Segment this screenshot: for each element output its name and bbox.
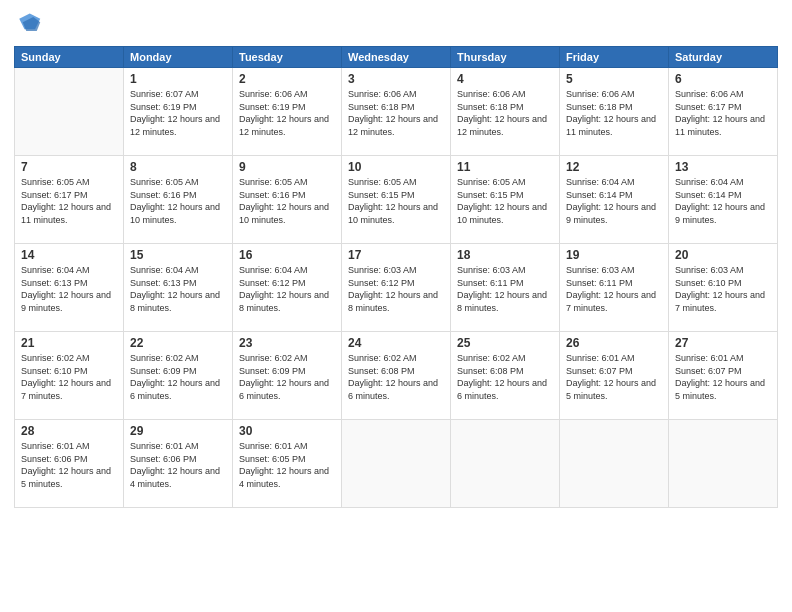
- calendar-table: SundayMondayTuesdayWednesdayThursdayFrid…: [14, 46, 778, 508]
- calendar-cell: 20Sunrise: 6:03 AM Sunset: 6:10 PM Dayli…: [669, 244, 778, 332]
- day-info: Sunrise: 6:06 AM Sunset: 6:19 PM Dayligh…: [239, 88, 335, 138]
- day-info: Sunrise: 6:06 AM Sunset: 6:17 PM Dayligh…: [675, 88, 771, 138]
- day-number: 12: [566, 160, 662, 174]
- calendar-cell: 6Sunrise: 6:06 AM Sunset: 6:17 PM Daylig…: [669, 68, 778, 156]
- calendar-cell: 4Sunrise: 6:06 AM Sunset: 6:18 PM Daylig…: [451, 68, 560, 156]
- day-number: 22: [130, 336, 226, 350]
- day-info: Sunrise: 6:07 AM Sunset: 6:19 PM Dayligh…: [130, 88, 226, 138]
- calendar-cell: 1Sunrise: 6:07 AM Sunset: 6:19 PM Daylig…: [124, 68, 233, 156]
- day-number: 6: [675, 72, 771, 86]
- calendar-cell: 7Sunrise: 6:05 AM Sunset: 6:17 PM Daylig…: [15, 156, 124, 244]
- day-number: 14: [21, 248, 117, 262]
- calendar-cell: 15Sunrise: 6:04 AM Sunset: 6:13 PM Dayli…: [124, 244, 233, 332]
- day-info: Sunrise: 6:04 AM Sunset: 6:14 PM Dayligh…: [675, 176, 771, 226]
- day-number: 26: [566, 336, 662, 350]
- calendar-cell: 19Sunrise: 6:03 AM Sunset: 6:11 PM Dayli…: [560, 244, 669, 332]
- calendar-cell: 10Sunrise: 6:05 AM Sunset: 6:15 PM Dayli…: [342, 156, 451, 244]
- calendar-week-row: 28Sunrise: 6:01 AM Sunset: 6:06 PM Dayli…: [15, 420, 778, 508]
- day-number: 16: [239, 248, 335, 262]
- calendar-cell: 23Sunrise: 6:02 AM Sunset: 6:09 PM Dayli…: [233, 332, 342, 420]
- calendar-cell: 9Sunrise: 6:05 AM Sunset: 6:16 PM Daylig…: [233, 156, 342, 244]
- day-info: Sunrise: 6:02 AM Sunset: 6:09 PM Dayligh…: [239, 352, 335, 402]
- day-number: 8: [130, 160, 226, 174]
- day-number: 2: [239, 72, 335, 86]
- calendar-week-row: 7Sunrise: 6:05 AM Sunset: 6:17 PM Daylig…: [15, 156, 778, 244]
- day-info: Sunrise: 6:04 AM Sunset: 6:12 PM Dayligh…: [239, 264, 335, 314]
- calendar-cell: 14Sunrise: 6:04 AM Sunset: 6:13 PM Dayli…: [15, 244, 124, 332]
- calendar-cell: 27Sunrise: 6:01 AM Sunset: 6:07 PM Dayli…: [669, 332, 778, 420]
- day-number: 24: [348, 336, 444, 350]
- calendar-cell: 3Sunrise: 6:06 AM Sunset: 6:18 PM Daylig…: [342, 68, 451, 156]
- weekday-header: Monday: [124, 47, 233, 68]
- day-number: 29: [130, 424, 226, 438]
- day-info: Sunrise: 6:03 AM Sunset: 6:10 PM Dayligh…: [675, 264, 771, 314]
- day-info: Sunrise: 6:06 AM Sunset: 6:18 PM Dayligh…: [566, 88, 662, 138]
- weekday-header: Wednesday: [342, 47, 451, 68]
- calendar-cell: 26Sunrise: 6:01 AM Sunset: 6:07 PM Dayli…: [560, 332, 669, 420]
- day-info: Sunrise: 6:01 AM Sunset: 6:06 PM Dayligh…: [130, 440, 226, 490]
- day-number: 3: [348, 72, 444, 86]
- day-info: Sunrise: 6:04 AM Sunset: 6:14 PM Dayligh…: [566, 176, 662, 226]
- calendar-cell: 8Sunrise: 6:05 AM Sunset: 6:16 PM Daylig…: [124, 156, 233, 244]
- day-number: 7: [21, 160, 117, 174]
- calendar-cell: [451, 420, 560, 508]
- day-info: Sunrise: 6:06 AM Sunset: 6:18 PM Dayligh…: [348, 88, 444, 138]
- day-number: 20: [675, 248, 771, 262]
- day-info: Sunrise: 6:03 AM Sunset: 6:12 PM Dayligh…: [348, 264, 444, 314]
- calendar-cell: 11Sunrise: 6:05 AM Sunset: 6:15 PM Dayli…: [451, 156, 560, 244]
- calendar-week-row: 21Sunrise: 6:02 AM Sunset: 6:10 PM Dayli…: [15, 332, 778, 420]
- day-info: Sunrise: 6:02 AM Sunset: 6:08 PM Dayligh…: [457, 352, 553, 402]
- day-number: 25: [457, 336, 553, 350]
- day-info: Sunrise: 6:05 AM Sunset: 6:17 PM Dayligh…: [21, 176, 117, 226]
- day-info: Sunrise: 6:05 AM Sunset: 6:15 PM Dayligh…: [457, 176, 553, 226]
- day-number: 28: [21, 424, 117, 438]
- calendar-cell: 5Sunrise: 6:06 AM Sunset: 6:18 PM Daylig…: [560, 68, 669, 156]
- day-number: 15: [130, 248, 226, 262]
- logo-icon: [14, 10, 42, 38]
- day-number: 23: [239, 336, 335, 350]
- calendar-cell: [560, 420, 669, 508]
- day-number: 9: [239, 160, 335, 174]
- logo: [14, 10, 46, 38]
- day-info: Sunrise: 6:05 AM Sunset: 6:16 PM Dayligh…: [239, 176, 335, 226]
- day-number: 21: [21, 336, 117, 350]
- day-info: Sunrise: 6:04 AM Sunset: 6:13 PM Dayligh…: [21, 264, 117, 314]
- day-number: 1: [130, 72, 226, 86]
- day-info: Sunrise: 6:03 AM Sunset: 6:11 PM Dayligh…: [566, 264, 662, 314]
- calendar-cell: 17Sunrise: 6:03 AM Sunset: 6:12 PM Dayli…: [342, 244, 451, 332]
- day-info: Sunrise: 6:06 AM Sunset: 6:18 PM Dayligh…: [457, 88, 553, 138]
- calendar-cell: 18Sunrise: 6:03 AM Sunset: 6:11 PM Dayli…: [451, 244, 560, 332]
- weekday-header-row: SundayMondayTuesdayWednesdayThursdayFrid…: [15, 47, 778, 68]
- calendar-cell: 12Sunrise: 6:04 AM Sunset: 6:14 PM Dayli…: [560, 156, 669, 244]
- calendar-cell: 24Sunrise: 6:02 AM Sunset: 6:08 PM Dayli…: [342, 332, 451, 420]
- calendar-page: SundayMondayTuesdayWednesdayThursdayFrid…: [0, 0, 792, 612]
- day-info: Sunrise: 6:02 AM Sunset: 6:08 PM Dayligh…: [348, 352, 444, 402]
- day-number: 13: [675, 160, 771, 174]
- day-info: Sunrise: 6:05 AM Sunset: 6:16 PM Dayligh…: [130, 176, 226, 226]
- day-number: 5: [566, 72, 662, 86]
- calendar-cell: [342, 420, 451, 508]
- day-number: 10: [348, 160, 444, 174]
- calendar-cell: 22Sunrise: 6:02 AM Sunset: 6:09 PM Dayli…: [124, 332, 233, 420]
- weekday-header: Friday: [560, 47, 669, 68]
- day-info: Sunrise: 6:01 AM Sunset: 6:07 PM Dayligh…: [675, 352, 771, 402]
- day-number: 4: [457, 72, 553, 86]
- day-info: Sunrise: 6:04 AM Sunset: 6:13 PM Dayligh…: [130, 264, 226, 314]
- calendar-cell: 13Sunrise: 6:04 AM Sunset: 6:14 PM Dayli…: [669, 156, 778, 244]
- calendar-cell: 28Sunrise: 6:01 AM Sunset: 6:06 PM Dayli…: [15, 420, 124, 508]
- weekday-header: Saturday: [669, 47, 778, 68]
- day-number: 19: [566, 248, 662, 262]
- day-info: Sunrise: 6:01 AM Sunset: 6:07 PM Dayligh…: [566, 352, 662, 402]
- calendar-cell: 29Sunrise: 6:01 AM Sunset: 6:06 PM Dayli…: [124, 420, 233, 508]
- day-info: Sunrise: 6:02 AM Sunset: 6:09 PM Dayligh…: [130, 352, 226, 402]
- day-number: 30: [239, 424, 335, 438]
- day-info: Sunrise: 6:03 AM Sunset: 6:11 PM Dayligh…: [457, 264, 553, 314]
- day-info: Sunrise: 6:01 AM Sunset: 6:05 PM Dayligh…: [239, 440, 335, 490]
- calendar-cell: 30Sunrise: 6:01 AM Sunset: 6:05 PM Dayli…: [233, 420, 342, 508]
- weekday-header: Thursday: [451, 47, 560, 68]
- day-number: 27: [675, 336, 771, 350]
- calendar-cell: [669, 420, 778, 508]
- weekday-header: Sunday: [15, 47, 124, 68]
- day-number: 18: [457, 248, 553, 262]
- day-info: Sunrise: 6:05 AM Sunset: 6:15 PM Dayligh…: [348, 176, 444, 226]
